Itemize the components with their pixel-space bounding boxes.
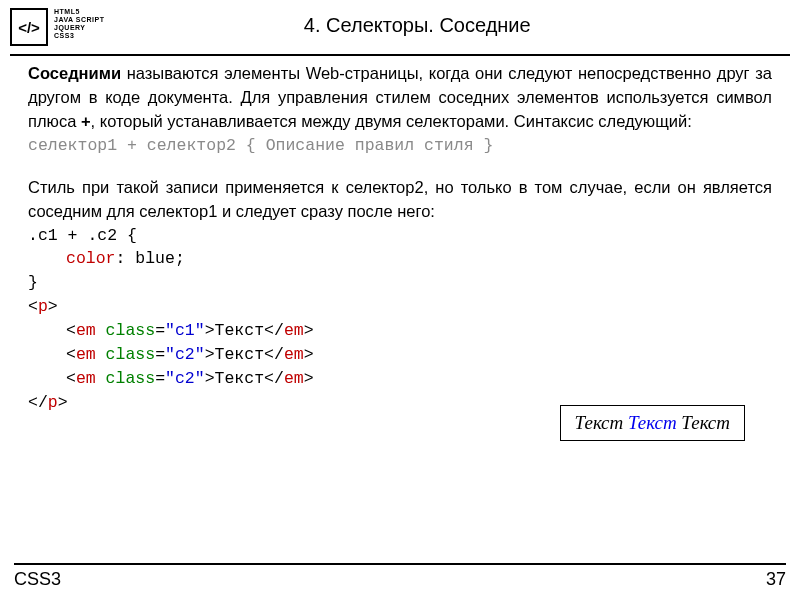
code-tag: em — [76, 369, 96, 388]
logo-text: HTML5 JAVA SCRIPT JQUERY CSS3 — [54, 8, 105, 40]
code-tag: em — [284, 345, 304, 364]
divider — [10, 54, 790, 56]
code-attr: class — [96, 321, 155, 340]
code-value: "c2" — [165, 369, 205, 388]
code-tag: em — [284, 321, 304, 340]
code: > — [205, 345, 215, 364]
code: < — [66, 345, 76, 364]
term-bold: Соседними — [28, 64, 121, 82]
code: </ — [264, 321, 284, 340]
code: } — [28, 273, 38, 292]
code-block: .c1 + .c2 { color: blue; } <p> <em class… — [28, 224, 772, 415]
code-text: Текст — [215, 321, 265, 340]
code: < — [66, 369, 76, 388]
text: , который устанавливается между двумя се… — [91, 112, 692, 130]
logo-line: JQUERY — [54, 24, 105, 32]
plus-symbol: + — [81, 112, 91, 130]
page-number: 37 — [766, 569, 786, 590]
paragraph-1: Соседними называются элементы Web-страни… — [28, 62, 772, 134]
code: </ — [28, 393, 48, 412]
logo-line: JAVA SCRIPT — [54, 16, 105, 24]
code: < — [66, 321, 76, 340]
code-text: Текст — [215, 345, 265, 364]
code: : blue; — [116, 249, 185, 268]
logo-line: HTML5 — [54, 8, 105, 16]
code: </ — [264, 345, 284, 364]
code-keyword: color — [66, 249, 116, 268]
code: > — [205, 321, 215, 340]
code-tag: p — [48, 393, 58, 412]
code-tag: em — [284, 369, 304, 388]
example-text: Текст — [681, 412, 730, 433]
code-value: "c2" — [165, 345, 205, 364]
code: > — [304, 369, 314, 388]
code: > — [58, 393, 68, 412]
divider — [14, 563, 786, 565]
logo-icon: </> — [10, 8, 48, 46]
code: = — [155, 321, 165, 340]
code: = — [155, 369, 165, 388]
example-output: Текст Текст Текст — [560, 405, 745, 441]
code: </ — [264, 369, 284, 388]
logo-line: CSS3 — [54, 32, 105, 40]
code-attr: class — [96, 369, 155, 388]
code: > — [304, 345, 314, 364]
code: > — [304, 321, 314, 340]
footer-left: CSS3 — [14, 569, 61, 590]
code: > — [205, 369, 215, 388]
code: < — [28, 297, 38, 316]
code: .c1 + .c2 { — [28, 226, 137, 245]
example-text-blue: Текст — [628, 412, 681, 433]
code: > — [48, 297, 58, 316]
example-text: Текст — [575, 412, 628, 433]
code-text: Текст — [215, 369, 265, 388]
code-tag: p — [38, 297, 48, 316]
paragraph-2: Стиль при такой записи применяется к сел… — [28, 176, 772, 224]
slide-footer: CSS3 37 — [0, 563, 800, 590]
slide-header: </> HTML5 JAVA SCRIPT JQUERY CSS3 4. Сел… — [0, 0, 800, 50]
code-attr: class — [96, 345, 155, 364]
code-tag: em — [76, 345, 96, 364]
slide-body: Соседними называются элементы Web-страни… — [0, 62, 800, 415]
page-title: 4. Селекторы. Соседние — [105, 8, 791, 37]
code: = — [155, 345, 165, 364]
code-tag: em — [76, 321, 96, 340]
code-value: "c1" — [165, 321, 205, 340]
syntax-line: селектор1 + селектор2 { Описание правил … — [28, 134, 772, 158]
